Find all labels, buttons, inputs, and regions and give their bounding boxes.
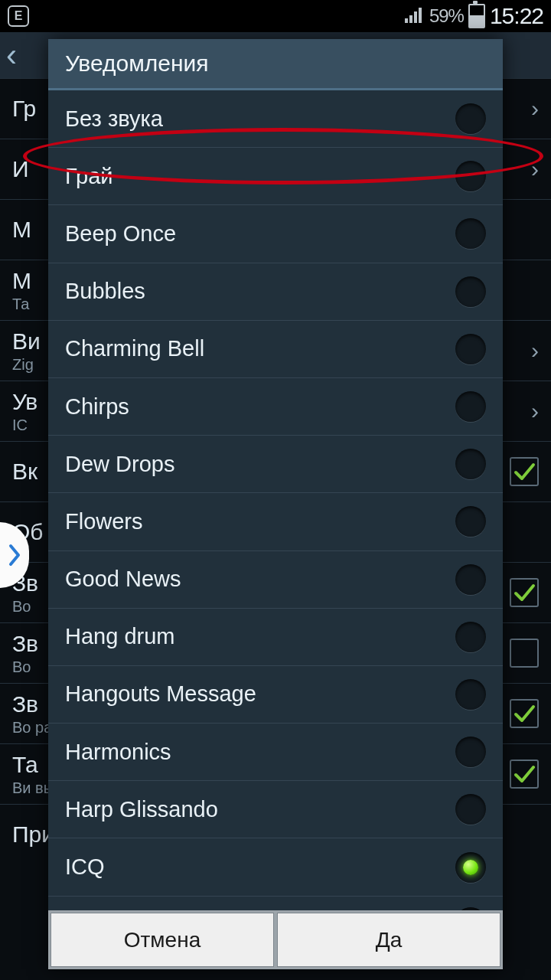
sound-option[interactable]: Good News	[48, 551, 503, 609]
chevron-right-icon: ›	[531, 398, 539, 424]
chevron-right-icon: ›	[531, 96, 539, 122]
radio-icon[interactable]	[455, 506, 486, 537]
sound-option-label: Beep Once	[65, 221, 176, 247]
sound-option[interactable]: Без звука	[48, 90, 503, 148]
sound-option-label: Dew Drops	[65, 452, 174, 477]
checkbox-icon[interactable]	[510, 760, 539, 789]
sound-option-label: ICQ	[65, 854, 105, 880]
status-bar: E 59% 15:22	[0, 0, 551, 32]
radio-icon[interactable]	[455, 218, 486, 249]
svg-rect-3	[419, 8, 422, 23]
back-icon[interactable]: ‹	[6, 39, 17, 71]
checkbox-icon[interactable]	[510, 578, 539, 607]
radio-icon[interactable]	[455, 852, 486, 883]
radio-icon[interactable]	[455, 794, 486, 825]
sound-option[interactable]: Chirps	[48, 378, 503, 436]
svg-rect-1	[409, 15, 412, 23]
radio-icon[interactable]	[455, 334, 486, 364]
sound-option-label: Bubbles	[65, 279, 145, 304]
sound-option[interactable]: Flowers	[48, 493, 503, 550]
radio-icon[interactable]	[455, 679, 486, 710]
sound-option-label: Без звука	[65, 106, 163, 132]
clock: 15:22	[490, 3, 543, 29]
sound-option[interactable]: Harmonics	[48, 724, 503, 781]
sound-option-label: Грай	[65, 164, 113, 189]
sound-option-label: Chirps	[65, 394, 129, 420]
sound-option[interactable]: ICQ	[48, 838, 503, 896]
sound-option[interactable]: Join Hangout	[48, 897, 503, 910]
radio-icon[interactable]	[455, 564, 486, 595]
sound-option-label: Harmonics	[65, 740, 171, 765]
sound-option[interactable]: Hang drum	[48, 609, 503, 666]
sound-option[interactable]: Bubbles	[48, 263, 503, 321]
sound-option[interactable]: Грай	[48, 148, 503, 205]
chevron-right-icon: ›	[531, 338, 539, 364]
sound-option-label: Hangouts Message	[65, 681, 256, 707]
dialog-title: Уведомления	[48, 39, 503, 90]
sound-option[interactable]: Dew Drops	[48, 436, 503, 493]
dialog-button-bar: Отмена Да	[48, 910, 503, 969]
eset-icon: E	[8, 5, 29, 27]
sound-option-label: Flowers	[65, 509, 143, 534]
sound-option[interactable]: Harp Glissando	[48, 781, 503, 838]
battery-percent: 59%	[429, 5, 464, 27]
radio-icon[interactable]	[455, 103, 486, 134]
radio-icon[interactable]	[455, 449, 486, 479]
sound-option-label: Charming Bell	[65, 336, 204, 361]
checkbox-icon[interactable]	[510, 639, 539, 668]
dialog-option-list[interactable]: Без звукаГрайBeep OnceBubblesCharming Be…	[48, 90, 503, 910]
sound-option[interactable]: Charming Bell	[48, 321, 503, 378]
radio-icon[interactable]	[455, 276, 486, 307]
svg-rect-2	[414, 11, 417, 23]
cancel-button[interactable]: Отмена	[51, 913, 274, 967]
ok-button[interactable]: Да	[277, 913, 500, 967]
checkbox-icon[interactable]	[510, 699, 539, 728]
sound-option-label: Good News	[65, 567, 181, 592]
chevron-right-icon: ›	[531, 156, 539, 182]
signal-icon	[405, 5, 425, 28]
radio-icon[interactable]	[455, 161, 486, 191]
checkbox-icon[interactable]	[510, 457, 539, 486]
sound-option[interactable]: Beep Once	[48, 205, 503, 263]
svg-rect-0	[405, 18, 408, 23]
radio-icon[interactable]	[455, 622, 486, 652]
sound-option[interactable]: Hangouts Message	[48, 666, 503, 724]
radio-icon[interactable]	[455, 391, 486, 422]
sound-option-label: Hang drum	[65, 624, 174, 649]
sound-option-label: Harp Glissando	[65, 797, 218, 822]
battery-icon	[468, 4, 485, 28]
radio-icon[interactable]	[455, 737, 486, 767]
notification-sound-dialog: Уведомления Без звукаГрайBeep OnceBubble…	[48, 39, 503, 969]
